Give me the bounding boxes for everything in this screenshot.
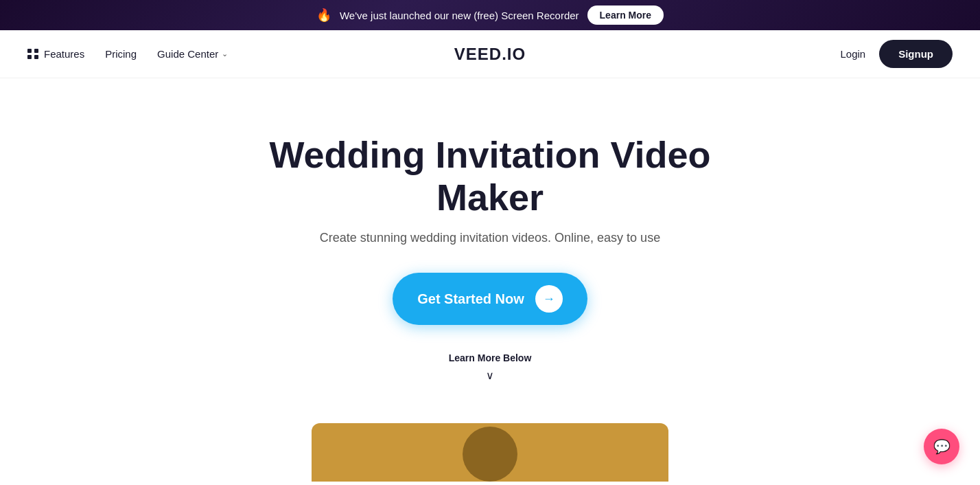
learn-more-below-text: Learn More Below — [449, 352, 532, 363]
grid-icon — [27, 49, 38, 60]
announcement-text: We've just launched our new (free) Scree… — [340, 10, 579, 21]
guide-center-link[interactable]: Guide Center ⌄ — [157, 48, 228, 60]
hero-subtitle: Create stunning wedding invitation video… — [320, 231, 660, 245]
scroll-down-chevron-icon: ∨ — [486, 369, 494, 382]
chat-icon: 💬 — [933, 438, 950, 455]
navbar: Features Pricing Guide Center ⌄ VEED.IO … — [0, 30, 980, 78]
cta-label: Get Started Now — [417, 291, 524, 307]
cta-arrow-icon: → — [535, 285, 563, 313]
nav-left: Features Pricing Guide Center ⌄ — [27, 48, 228, 60]
video-preview — [0, 409, 980, 482]
person-silhouette — [463, 427, 517, 482]
learn-more-section[interactable]: Learn More Below ∨ — [449, 352, 532, 382]
announcement-bar: 🔥 We've just launched our new (free) Scr… — [0, 0, 980, 30]
guide-center-chevron-icon: ⌄ — [222, 49, 228, 58]
login-link[interactable]: Login — [840, 48, 865, 60]
signup-button[interactable]: Signup — [879, 40, 953, 68]
site-logo[interactable]: VEED.IO — [454, 45, 526, 64]
pricing-link[interactable]: Pricing — [105, 48, 137, 60]
fire-icon: 🔥 — [316, 8, 331, 23]
chat-button[interactable]: 💬 — [924, 429, 959, 464]
features-link[interactable]: Features — [44, 48, 84, 60]
video-container — [312, 423, 668, 482]
features-nav-item[interactable]: Features — [27, 48, 84, 60]
hero-title: Wedding Invitation Video Maker — [215, 133, 765, 218]
nav-right: Login Signup — [840, 40, 953, 68]
get-started-button[interactable]: Get Started Now → — [393, 273, 587, 325]
learn-more-button[interactable]: Learn More — [587, 5, 664, 25]
hero-section: Wedding Invitation Video Maker Create st… — [0, 78, 980, 409]
